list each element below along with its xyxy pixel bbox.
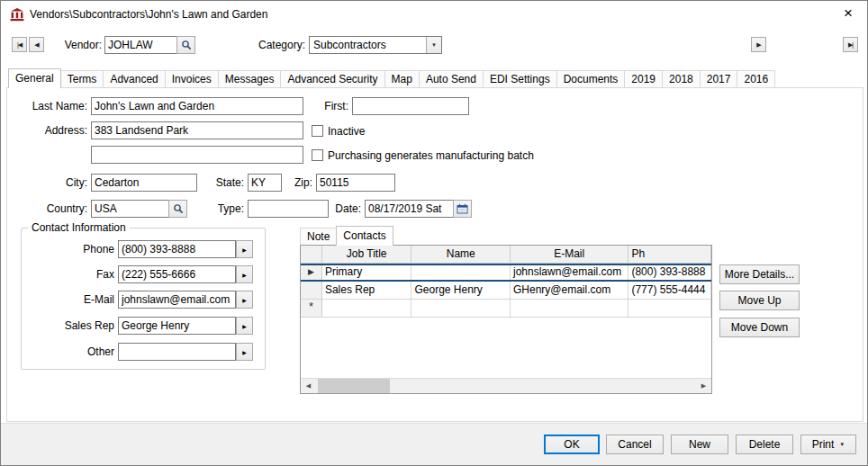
tab-edi-settings[interactable]: EDI Settings [483,70,557,87]
print-button[interactable]: Print ▼ [800,435,856,454]
cell-phone[interactable] [628,300,711,318]
scroll-left-button[interactable]: ◀ [301,379,316,393]
nav-next-icon: ▶ [756,41,760,49]
inactive-checkbox[interactable] [312,125,323,137]
cancel-button[interactable]: Cancel [606,435,664,454]
tab-2019[interactable]: 2019 [624,70,663,87]
tab-2018[interactable]: 2018 [662,70,701,87]
new-button[interactable]: New [671,435,728,454]
address-input[interactable] [91,121,303,139]
column-header-phone[interactable]: Ph [628,246,711,264]
scroll-thumb[interactable] [318,379,390,393]
phone-input[interactable] [118,240,236,258]
tab-terms[interactable]: Terms [60,70,104,87]
zip-input[interactable] [316,174,395,192]
sales-rep-options-button[interactable]: ▶ [236,317,253,335]
tab-2017[interactable]: 2017 [700,70,738,87]
type-input[interactable] [248,200,329,218]
cell-email[interactable]: johnslawn@email.com [511,264,628,282]
horizontal-scrollbar[interactable]: ◀ ▶ [301,378,711,393]
category-dropdown[interactable]: Subcontractors ▼ [309,36,442,54]
purchasing-checkbox[interactable] [312,149,323,161]
first-name-input[interactable] [352,97,469,115]
other-options-button[interactable]: ▶ [236,343,253,361]
nav-first-button[interactable]: |◀ [12,37,27,52]
date-calendar-button[interactable] [453,200,472,218]
phone-options-button[interactable]: ▶ [236,240,253,258]
tab-strip: General Terms Advanced Invoices Messages… [8,68,774,87]
address2-input[interactable] [91,146,303,164]
nav-next-button[interactable]: ▶ [751,37,766,52]
purchasing-label: Purchasing generates manufacturing batch [328,147,534,165]
tab-invoices[interactable]: Invoices [165,70,219,87]
ok-button[interactable]: OK [544,435,600,454]
vendor-search-button[interactable] [176,36,195,54]
column-header-name[interactable]: Name [411,246,511,264]
fax-label: Fax [28,265,114,283]
calendar-icon [457,203,468,214]
state-label: State: [206,174,244,192]
cell-email[interactable]: GHenry@email.com [511,282,628,300]
tab-advanced-security[interactable]: Advanced Security [280,70,384,87]
scroll-track[interactable] [390,379,696,393]
nav-last-button[interactable]: ▶| [843,37,858,52]
more-details-button[interactable]: More Details... [719,264,800,284]
cell-job-title[interactable]: Primary [322,264,412,282]
zip-label: Zip: [284,174,312,192]
vendor-input[interactable] [104,36,177,54]
cell-email[interactable] [511,300,628,318]
table-row[interactable]: Sales Rep George Henry GHenry@email.com … [301,282,711,300]
city-input[interactable] [91,174,197,192]
sales-rep-input[interactable] [118,317,236,335]
tab-general[interactable]: General [8,68,61,88]
cell-phone[interactable]: (777) 555-4444 [628,282,711,300]
first-name-label: First: [298,97,348,115]
country-search-button[interactable] [168,200,187,218]
table-row[interactable]: ▶ Primary johnslawn@email.com (800) 393-… [301,264,711,282]
cell-job-title[interactable]: Sales Rep [322,282,412,300]
tab-note[interactable]: Note [300,228,337,245]
email-options-button[interactable]: ▶ [236,291,253,309]
email-label: E-Mail [28,291,114,309]
row-selector[interactable] [301,282,322,300]
cell-name[interactable]: George Henry [411,282,511,300]
tab-messages[interactable]: Messages [218,70,282,87]
inactive-label: Inactive [328,122,365,140]
country-label: Country: [19,200,87,218]
move-down-button[interactable]: Move Down [719,318,800,337]
table-row[interactable]: * [301,300,711,318]
last-name-input[interactable] [91,97,303,115]
close-button[interactable]: × [829,1,867,28]
arrow-right-icon: ▶ [242,246,247,253]
category-label: Category: [251,36,305,54]
fax-options-button[interactable]: ▶ [236,265,253,283]
last-name-label: Last Name: [19,97,87,115]
move-up-button[interactable]: Move Up [719,291,800,310]
scroll-right-button[interactable]: ▶ [696,379,711,393]
cell-name[interactable] [411,264,511,282]
print-button-label: Print [812,438,835,451]
other-input[interactable] [118,343,236,361]
tab-advanced[interactable]: Advanced [103,70,165,87]
delete-button[interactable]: Delete [736,435,793,454]
vendor-label: Vendor: [37,36,102,54]
cell-name[interactable] [411,300,511,318]
date-input[interactable] [365,200,454,218]
country-input[interactable] [91,200,169,218]
tab-2016[interactable]: 2016 [737,70,775,87]
cell-job-title[interactable] [322,300,412,318]
email-input[interactable] [118,291,236,309]
state-input[interactable] [248,174,282,192]
row-selector[interactable]: ▶ [301,264,322,282]
column-header-job-title[interactable]: Job Title [322,246,412,264]
new-row-selector[interactable]: * [301,300,322,318]
nav-last-icon: ▶| [848,41,853,49]
column-header-email[interactable]: E-Mail [511,246,628,264]
tab-auto-send[interactable]: Auto Send [419,70,484,87]
tab-map[interactable]: Map [384,70,420,87]
cell-phone[interactable]: (800) 393-8888 [628,264,711,282]
arrow-right-icon: ▶ [242,272,247,278]
fax-input[interactable] [118,265,236,283]
tab-contacts[interactable]: Contacts [336,226,393,246]
tab-documents[interactable]: Documents [556,70,626,87]
